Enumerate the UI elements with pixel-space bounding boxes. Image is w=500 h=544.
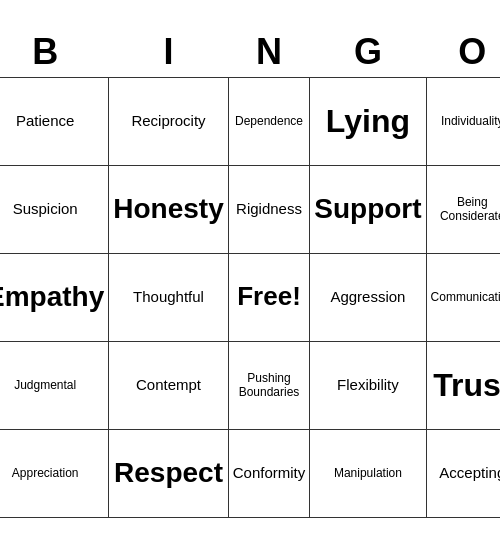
cell-2-0: Empathy bbox=[0, 253, 109, 341]
bingo-card: BINGO PatienceReciprocityDependenceLying… bbox=[0, 27, 500, 518]
cell-2-4: Communication bbox=[426, 253, 500, 341]
cell-0-2: Dependence bbox=[228, 77, 310, 165]
cell-3-2: Pushing Boundaries bbox=[228, 341, 310, 429]
cell-4-3: Manipulation bbox=[310, 429, 426, 517]
cell-1-0: Suspicion bbox=[0, 165, 109, 253]
cell-3-3: Flexibility bbox=[310, 341, 426, 429]
bingo-row-1: SuspicionHonestyRigidnessSupportBeing Co… bbox=[0, 165, 500, 253]
cell-2-1: Thoughtful bbox=[109, 253, 228, 341]
cell-4-4: Accepting bbox=[426, 429, 500, 517]
header-letter-n: N bbox=[228, 27, 310, 78]
cell-1-4: Being Considerate bbox=[426, 165, 500, 253]
cell-3-1: Contempt bbox=[109, 341, 228, 429]
cell-0-4: Individuality bbox=[426, 77, 500, 165]
bingo-row-4: AppreciationRespectConformityManipulatio… bbox=[0, 429, 500, 517]
cell-3-0: Judgmental bbox=[0, 341, 109, 429]
cell-1-3: Support bbox=[310, 165, 426, 253]
header-row: BINGO bbox=[0, 27, 500, 78]
bingo-row-0: PatienceReciprocityDependenceLyingIndivi… bbox=[0, 77, 500, 165]
header-letter-b: B bbox=[0, 27, 109, 78]
cell-4-0: Appreciation bbox=[0, 429, 109, 517]
cell-0-0: Patience bbox=[0, 77, 109, 165]
bingo-row-3: JudgmentalContemptPushing BoundariesFlex… bbox=[0, 341, 500, 429]
cell-4-2: Conformity bbox=[228, 429, 310, 517]
cell-2-3: Aggression bbox=[310, 253, 426, 341]
cell-2-2: Free! bbox=[228, 253, 310, 341]
cell-1-1: Honesty bbox=[109, 165, 228, 253]
cell-0-1: Reciprocity bbox=[109, 77, 228, 165]
header-letter-i: I bbox=[109, 27, 228, 78]
cell-0-3: Lying bbox=[310, 77, 426, 165]
header-letter-o: O bbox=[426, 27, 500, 78]
cell-3-4: Trust bbox=[426, 341, 500, 429]
bingo-row-2: EmpathyThoughtfulFree!AggressionCommunic… bbox=[0, 253, 500, 341]
cell-4-1: Respect bbox=[109, 429, 228, 517]
header-letter-g: G bbox=[310, 27, 426, 78]
cell-1-2: Rigidness bbox=[228, 165, 310, 253]
